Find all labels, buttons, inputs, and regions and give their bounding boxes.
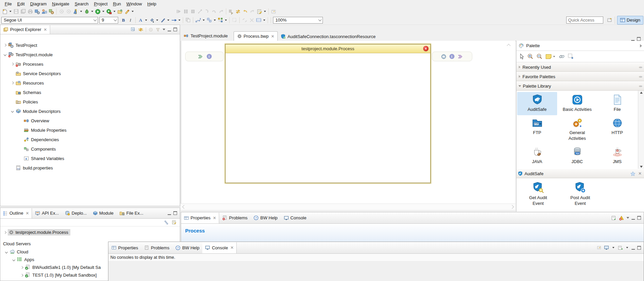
process-box[interactable]: testproject.module.Process × [225,44,431,183]
palette-flyout-icon[interactable] [640,44,642,48]
close-view-icon[interactable]: ✕ [43,27,47,32]
new-wizard-icon[interactable] [2,8,8,15]
terminate-icon[interactable] [190,8,196,15]
brush-dropdown[interactable] [132,11,134,12]
tree-item-resources[interactable]: Resources [0,78,180,88]
link-properties-icon[interactable] [172,220,176,225]
debug-icon[interactable] [83,8,90,15]
validate-ruler-icon[interactable] [72,8,79,15]
tab-module[interactable]: Module [90,209,117,218]
project-explorer-tab[interactable]: Project Explorer ✕ [0,25,50,34]
scroll-right-icon[interactable] [510,205,514,209]
bold-button[interactable]: B [120,17,127,23]
filters-icon[interactable] [156,27,160,32]
validate-dropdown[interactable] [80,11,82,12]
palette-scrollbar[interactable] [638,91,644,169]
tab-problems[interactable]: Problems [219,214,250,222]
palette-item-basic-activities[interactable]: Basic Activities [557,92,597,115]
debug-dropdown[interactable] [91,11,93,12]
suspend-icon[interactable] [182,8,189,15]
notes-icon[interactable] [256,8,263,15]
tree-item-overview[interactable]: Overview [0,116,180,125]
select-connections-icon[interactable] [195,17,201,23]
clear-marker-brush-icon[interactable] [124,8,130,15]
show-compartments-dropdown[interactable] [263,20,265,21]
marquee-tool-icon[interactable] [568,53,574,60]
quick-access-input[interactable] [566,17,603,24]
tree-item-testproject-module[interactable]: TestProject.module [0,50,180,59]
tree-item-module-descriptors[interactable]: Module Descriptors [0,106,180,116]
zoom-level-select[interactable]: 100% [273,17,323,24]
palette-item-java[interactable]: JAVA [517,144,557,167]
close-drawer-icon[interactable]: ✕ [638,171,642,176]
open-console-icon[interactable] [618,245,623,250]
open-console-dropdown[interactable] [626,247,628,248]
select-connections-dropdown[interactable] [203,20,205,21]
font-family-select[interactable]: Segoe UI [1,17,98,24]
editor-tab-auditsafeconnection[interactable]: AuditSafeConnection.tasconnectionResourc… [278,32,379,41]
display-selected-console-icon[interactable] [604,245,609,250]
palette-item-ftp[interactable]: FTP FTP [517,115,557,144]
minimize-editor-icon[interactable] [631,37,635,41]
link-with-editor-icon[interactable] [235,8,241,15]
palette-item-jms[interactable]: JMS [597,144,637,167]
save-icon[interactable] [13,8,19,15]
palette-header[interactable]: Palette [516,41,644,51]
maximize-view-icon[interactable] [637,216,641,220]
tree-item-shared-variables[interactable]: x Shared Variables [0,154,180,163]
menu-edit[interactable]: Edit [14,1,27,7]
palette-item-get-audit-event[interactable]: Get Audit Event [517,180,559,208]
tree-item-module-properties[interactable]: Module Properties [0,125,180,135]
scroll-left-icon[interactable] [182,205,186,209]
canvas-hscrollbar[interactable] [181,204,515,210]
run-config-dropdown[interactable] [113,11,115,12]
tab-api-explorer[interactable]: API Ex... [32,209,62,218]
close-view-icon[interactable]: ✕ [26,211,29,216]
zoom-in-icon[interactable] [527,53,534,60]
note-tool[interactable] [545,54,556,59]
zoom-out-icon[interactable] [536,53,543,60]
print-icon[interactable] [27,8,33,15]
step-return-icon[interactable] [218,8,224,15]
focus-on-working-set-icon[interactable] [148,27,153,32]
tab-console-selected[interactable]: Console ✕ [202,242,237,253]
canvas-scroll-up-icon[interactable] [506,42,511,48]
link-tool-icon[interactable] [559,54,565,59]
tree-item-policies[interactable]: P Policies [0,97,180,106]
close-tab-icon[interactable]: ✕ [230,245,234,250]
tree-item-processes[interactable]: Processes [0,59,180,69]
snap-to-grid-icon[interactable] [248,17,255,23]
save-all-icon[interactable] [20,8,26,15]
palette-item-general-activities[interactable]: General Activities [557,115,597,144]
marquee-zoom-icon[interactable] [231,17,238,23]
tab-bw-help[interactable]: ? BW Help [172,243,202,252]
validation-errors-icon[interactable] [619,215,624,221]
tab-console[interactable]: Console [281,214,310,222]
new-bw-module-icon[interactable] [48,8,55,15]
scroll-up-icon[interactable] [640,92,643,94]
process-box-header[interactable]: testproject.module.Process × [226,44,430,53]
open-resource-icon[interactable] [117,8,123,15]
run-configurations-icon[interactable] [106,8,112,15]
display-console-dropdown[interactable] [612,247,614,248]
palette-item-post-audit-event[interactable]: Post Audit Event [559,180,601,208]
align-shapes-dropdown[interactable] [214,20,216,21]
menu-help[interactable]: Help [145,1,159,7]
menu-search[interactable]: Search [72,1,91,7]
palette-item-file[interactable]: File [597,92,637,115]
drawer-palette-library[interactable]: Palette Library «» [516,81,644,91]
palette-item-http[interactable]: HTTP [597,115,637,144]
new-bw-application-icon[interactable] [34,8,40,15]
run-dropdown[interactable] [102,11,104,12]
maximize-view-icon[interactable] [173,211,177,215]
tree-item-components[interactable]: Components [0,144,180,154]
close-tab-icon[interactable]: ✕ [213,216,216,220]
link-with-editor-icon[interactable] [138,27,143,32]
view-menu-icon[interactable] [626,217,629,219]
maximize-view-icon[interactable] [637,246,641,250]
collapse-all-icon[interactable] [131,27,136,32]
tab-properties[interactable]: Properties [108,243,141,252]
info-icon[interactable]: i [207,54,212,59]
line-color-dropdown[interactable] [167,20,169,21]
palette-item-jdbc[interactable]: SQL JDBC [557,144,597,167]
